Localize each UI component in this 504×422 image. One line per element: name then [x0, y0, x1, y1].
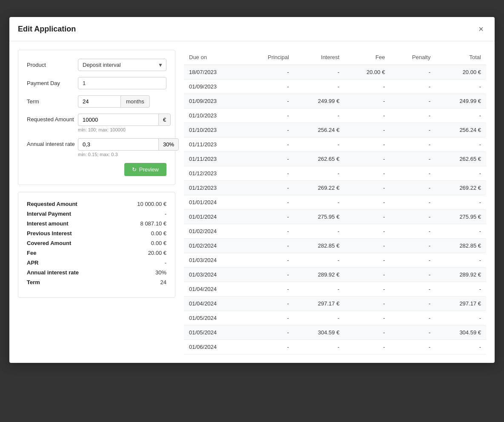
cell-value: -: [244, 181, 294, 195]
cell-date: 01/03/2024: [184, 253, 244, 268]
table-row: 01/01/2024-275.95 €--275.95 €: [184, 210, 486, 224]
summary-term-value: 24: [160, 279, 166, 285]
modal-header: Edit Application ×: [9, 17, 495, 41]
cell-value: -: [344, 210, 390, 224]
annual-interest-label: Annual interest rate: [27, 138, 78, 147]
cell-value: -: [390, 210, 435, 224]
cell-value: -: [435, 340, 486, 354]
cell-value: -: [244, 166, 294, 181]
summary-interval-payment-label: Interval Payment: [27, 211, 71, 217]
cell-value: -: [344, 268, 390, 282]
cell-value: -: [390, 253, 435, 268]
cell-value: -: [344, 325, 390, 340]
summary-fee: Fee 20.00 €: [27, 250, 166, 256]
cell-value: -: [435, 282, 486, 297]
cell-value: -: [244, 282, 294, 297]
table-row: 01/06/2024-----: [184, 340, 486, 354]
cell-value: 269.22 €: [294, 181, 345, 195]
cell-value: -: [435, 137, 486, 152]
interest-input-row: 30%: [78, 138, 179, 151]
cell-value: -: [390, 181, 435, 195]
cell-date: 01/01/2024: [184, 195, 244, 210]
cell-value: -: [435, 108, 486, 123]
cell-value: -: [344, 181, 390, 195]
cell-value: -: [344, 108, 390, 123]
table-container[interactable]: Due on Principal Interest Fee Penalty To…: [184, 50, 486, 354]
cell-value: 289.92 €: [294, 268, 345, 282]
cell-value: -: [294, 340, 345, 354]
cell-value: 304.59 €: [294, 325, 345, 340]
cell-value: -: [344, 166, 390, 181]
cell-date: 01/04/2024: [184, 282, 244, 297]
cell-value: -: [244, 210, 294, 224]
cell-value: -: [294, 253, 345, 268]
col-total: Total: [435, 50, 486, 65]
cell-date: 01/11/2023: [184, 137, 244, 152]
payment-day-control: [78, 77, 166, 89]
summary-interest-amount-value: 8 087.10 €: [140, 220, 166, 227]
cell-date: 01/10/2023: [184, 123, 244, 137]
cell-value: -: [435, 166, 486, 181]
cell-value: -: [344, 239, 390, 253]
summary-previous-interest-label: Previous Interest: [27, 230, 72, 237]
preview-button[interactable]: ↻ Preview: [124, 163, 166, 176]
cell-value: -: [294, 166, 345, 181]
cell-date: 01/09/2023: [184, 80, 244, 94]
col-fee: Fee: [344, 50, 390, 65]
cell-value: -: [390, 311, 435, 325]
cell-value: 256.24 €: [294, 123, 345, 137]
cell-value: -: [244, 108, 294, 123]
close-button[interactable]: ×: [476, 24, 486, 34]
summary-annual-interest-rate-label: Annual interest rate: [27, 269, 79, 276]
product-row: Product Deposit interval ▼: [27, 59, 166, 71]
cell-value: -: [244, 152, 294, 166]
requested-amount-input[interactable]: [78, 114, 158, 126]
cell-date: 01/03/2024: [184, 268, 244, 282]
cell-date: 01/04/2024: [184, 297, 244, 311]
product-select[interactable]: Deposit interval: [78, 59, 166, 71]
table-row: 01/03/2024-----: [184, 253, 486, 268]
payment-day-input[interactable]: [78, 77, 166, 89]
cell-value: -: [244, 340, 294, 354]
cell-value: 282.85 €: [294, 239, 345, 253]
form-panel: Product Deposit interval ▼ Paym: [18, 50, 175, 185]
requested-amount-control: € min: 100; max: 100000: [78, 114, 171, 132]
summary-interval-payment: Interval Payment -: [27, 211, 166, 217]
cell-date: 18/07/2023: [184, 65, 244, 80]
cell-value: -: [344, 80, 390, 94]
table-row: 01/09/2023-249.99 €--249.99 €: [184, 94, 486, 108]
cell-value: -: [435, 253, 486, 268]
cell-value: -: [390, 80, 435, 94]
left-panel: Product Deposit interval ▼ Paym: [18, 50, 175, 354]
modal-overlay: Edit Application × Product Deposit inter…: [0, 0, 504, 422]
table-header-row: Due on Principal Interest Fee Penalty To…: [184, 50, 486, 65]
annual-interest-input[interactable]: [78, 138, 158, 151]
cell-date: 01/12/2023: [184, 166, 244, 181]
term-input[interactable]: [78, 95, 120, 108]
cell-value: -: [344, 94, 390, 108]
table-row: 01/04/2024-297.17 €--297.17 €: [184, 297, 486, 311]
col-penalty: Penalty: [390, 50, 435, 65]
cell-value: -: [244, 239, 294, 253]
cell-value: -: [244, 224, 294, 239]
summary-annual-interest-rate: Annual interest rate 30%: [27, 269, 166, 276]
cell-value: -: [294, 224, 345, 239]
cell-value: -: [390, 325, 435, 340]
cell-date: 01/09/2023: [184, 94, 244, 108]
cell-value: -: [244, 325, 294, 340]
table-row: 01/02/2024-282.85 €--282.85 €: [184, 239, 486, 253]
cell-value: -: [344, 253, 390, 268]
preview-button-row: ↻ Preview: [27, 163, 166, 176]
preview-label: Preview: [139, 166, 159, 173]
cell-date: 01/02/2024: [184, 239, 244, 253]
summary-apr: APR -: [27, 259, 166, 266]
amount-input-row: €: [78, 114, 171, 126]
cell-value: -: [244, 195, 294, 210]
cell-value: -: [244, 137, 294, 152]
cell-value: -: [390, 137, 435, 152]
summary-apr-value: -: [165, 259, 166, 266]
cell-value: -: [244, 253, 294, 268]
cell-value: -: [344, 195, 390, 210]
summary-previous-interest: Previous Interest 0.00 €: [27, 230, 166, 237]
cell-value: -: [390, 282, 435, 297]
